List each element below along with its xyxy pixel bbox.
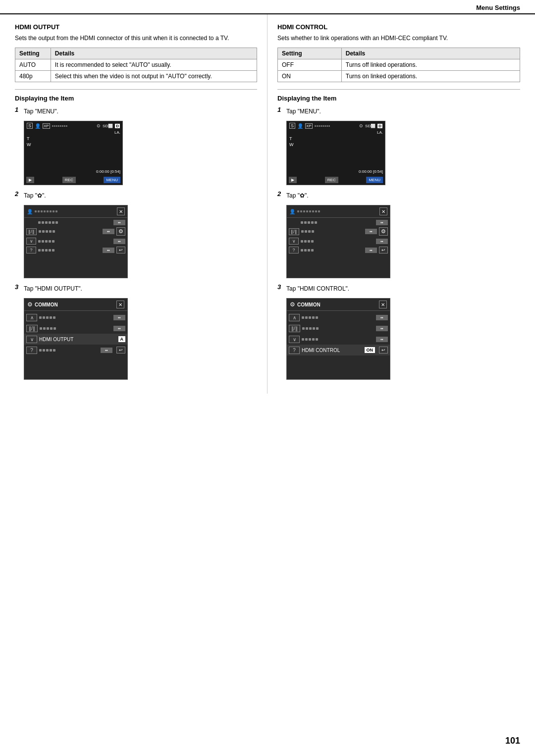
menu-nav-down[interactable]: ∨ — [26, 238, 36, 245]
menu-nav-q[interactable]: ? — [26, 247, 36, 253]
menu-row-label-3 — [38, 240, 111, 243]
menu-close-btn[interactable]: ✕ — [117, 207, 125, 215]
common-nav-q[interactable]: ? — [26, 347, 37, 354]
common-gear-icon-right: ⚙ — [290, 301, 295, 308]
menu-top-row-right: 👤 ✕ — [287, 205, 390, 218]
cam-timer-right: 0:00:00 [0:54] — [359, 169, 383, 174]
cam-tw-right: TW — [289, 136, 294, 148]
common-nav-down[interactable]: ∨ — [26, 336, 37, 343]
divider-right — [277, 89, 520, 90]
common-nav-q-right[interactable]: ? — [289, 347, 300, 354]
cam-sd-text: SD⬜ — [103, 124, 113, 128]
menu-row-label-1 — [38, 221, 111, 224]
menu-back-btn-right[interactable]: ↩ — [379, 247, 388, 253]
menu-gear-icon-right[interactable]: ⚙ — [379, 227, 388, 236]
common-nav-mid[interactable]: ∥/∥ — [26, 325, 38, 332]
menu-row-4: ? ▪▪ ↩ — [24, 246, 127, 254]
setting-on: ON — [278, 71, 342, 82]
cam-rec-btn-right: REC — [325, 177, 338, 183]
common-rows-right: ∧ ▪▪ ∥/∥ — [287, 311, 390, 356]
menu-value-3: ▪▪ — [113, 239, 125, 244]
common-row-r2: ∥/∥ ▪▪ — [287, 323, 390, 334]
menu-nav-q-right[interactable]: ? — [289, 247, 299, 253]
menu-person-icon-right: 👤 — [289, 209, 295, 214]
menu-value-1: ▪▪ — [113, 220, 125, 225]
table-row: ON Turns on linked operations. — [278, 71, 520, 82]
right-table-col1-header: Setting — [278, 48, 342, 59]
menu-screen-left: 👤 ✕ ▪▪ — [24, 205, 128, 278]
page-content: HDMI OUTPUT Sets the output from the HDM… — [0, 14, 535, 394]
menu-person-icon: 👤 — [27, 209, 33, 214]
common-rows-left: ∧ ▪▪ ∥/∥ — [24, 311, 127, 356]
step-number-3-left: 3 — [15, 283, 22, 291]
step-2-left: 2 Tap "✿". — [15, 190, 257, 200]
menu-nav-down-right[interactable]: ∨ — [289, 238, 299, 245]
hdmi-output-label: HDMI OUTPUT — [39, 337, 116, 342]
common-screen-right: ⚙ COMMON ✕ ∧ ▪▪ ∥/∥ — [286, 298, 390, 380]
right-table-col2-header: Details — [341, 48, 520, 59]
common-row-rc3 — [302, 338, 374, 341]
step-number-2-right: 2 — [277, 190, 284, 198]
menu-nav-mid-right[interactable]: ∥/∥ — [289, 228, 299, 235]
cam-circle-icon-right: ⊙ — [359, 123, 363, 128]
common-close-btn[interactable]: ✕ — [116, 301, 124, 308]
step-text-3-left: Tap "HDMI OUTPUT". — [24, 283, 82, 293]
menu-nav-up[interactable]: ∥/∥ — [26, 228, 37, 235]
page-number: 101 — [505, 736, 520, 746]
menu-row-1: ▪▪ — [24, 219, 127, 226]
step-number-3-right: 3 — [277, 283, 284, 291]
common-label-left: COMMON — [35, 302, 116, 307]
cam-sd-text-right: SD⬜ — [365, 124, 375, 128]
camera-screen-right: S 👤 XP ⊙ SD⬜ D LA. TW 0:00:00 [0:54] ▶ R… — [286, 121, 385, 185]
common-back-btn[interactable]: ↩ — [116, 347, 125, 353]
common-nav-mid-right[interactable]: ∥/∥ — [289, 325, 300, 332]
cam-person-icon: 👤 — [35, 123, 41, 129]
menu-row-2: ∥/∥ ▪▪ ⚙ — [24, 226, 127, 237]
common-row-2: ∥/∥ ▪▪ — [24, 323, 127, 334]
menu-row-label-r4 — [301, 249, 363, 252]
table-col2-header: Details — [51, 48, 257, 59]
menu-row-label-r1 — [301, 221, 374, 224]
common-row-hdmi-control: ? HDMI CONTROL ON ↩ — [287, 345, 390, 355]
menu-rows-right: ▪▪ ∥/∥ ▪▪ ⚙ ∨ ▪▪ — [287, 218, 390, 255]
common-row-content-hdmi: HDMI OUTPUT — [39, 337, 116, 342]
common-back-btn-right[interactable]: ↩ — [379, 347, 388, 353]
hdmi-control-table: Setting Details OFF Turns off linked ope… — [277, 48, 520, 82]
cam-d-label: D — [115, 124, 120, 128]
common-row-content-2 — [40, 327, 111, 330]
common-nav-down-right[interactable]: ∨ — [289, 336, 300, 343]
common-value-2: ▪▪ — [113, 326, 125, 331]
step-text-2-right: Tap "✿". — [286, 190, 309, 200]
common-row-rc-hdmi: HDMI CONTROL — [302, 348, 363, 353]
menu-row-label-2 — [39, 230, 101, 233]
detail-480p: Select this when the video is not output… — [51, 71, 257, 82]
cam-d-label-right: D — [377, 124, 382, 128]
common-nav-up[interactable]: ∧ — [26, 314, 37, 321]
cam-menu-btn-right: MENU — [366, 177, 383, 183]
step-number-1-right: 1 — [277, 106, 284, 113]
hdmi-output-title: HDMI OUTPUT — [15, 23, 257, 31]
cam-la-label: LA. — [114, 130, 120, 135]
cam-s-icon-right: S — [289, 123, 295, 129]
common-value-r1: ▪▪ — [376, 315, 388, 320]
common-screen-left: ⚙ COMMON ✕ ∧ ▪▪ ∥/∥ — [24, 298, 128, 380]
menu-gear-icon[interactable]: ⚙ — [116, 227, 125, 236]
cam-xp-icon-right: XP — [305, 123, 313, 129]
step-text-1-right: Tap "MENU". — [286, 106, 321, 116]
hdmi-output-desc: Sets the output from the HDMI connector … — [15, 34, 257, 43]
setting-auto: AUTO — [15, 59, 51, 71]
common-row-rc2 — [302, 327, 374, 330]
common-nav-up-right[interactable]: ∧ — [289, 314, 300, 321]
cam-play-btn-right: ▶ — [289, 177, 297, 183]
step-1-right: 1 Tap "MENU". — [277, 106, 520, 116]
common-top-row-left: ⚙ COMMON ✕ — [24, 299, 127, 311]
common-row-r3: ∨ ▪▪ — [287, 334, 390, 345]
cam-tw-label: TW — [27, 136, 31, 148]
menu-rows-left: ▪▪ ∥/∥ ▪▪ ⚙ ∨ — [24, 218, 127, 255]
right-column: HDMI CONTROL Sets whether to link operat… — [268, 14, 535, 394]
menu-back-btn[interactable]: ↩ — [116, 247, 125, 253]
menu-close-btn-right[interactable]: ✕ — [379, 207, 387, 215]
common-close-btn-right[interactable]: ✕ — [379, 301, 387, 308]
left-column: HDMI OUTPUT Sets the output from the HDM… — [0, 14, 268, 394]
hdmi-control-label: HDMI CONTROL — [302, 348, 363, 353]
